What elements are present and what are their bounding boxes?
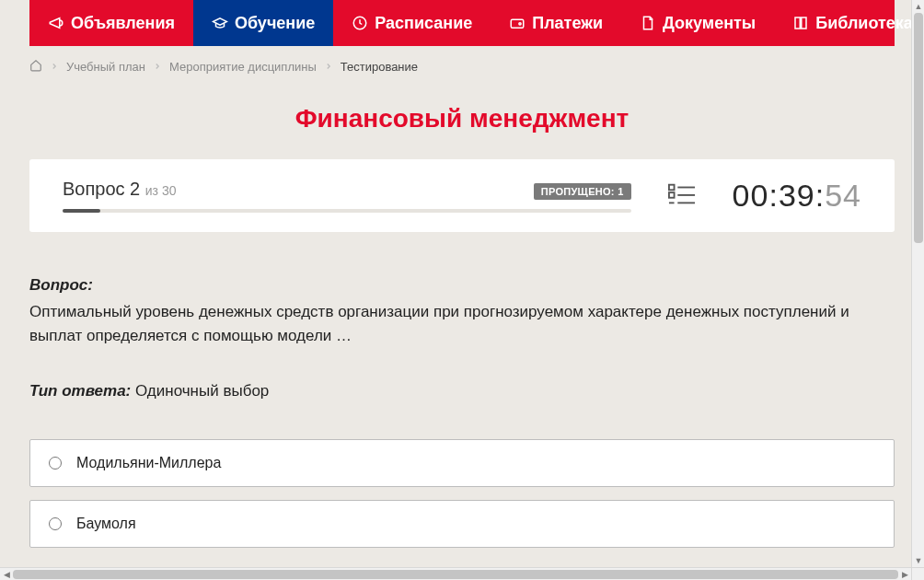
scroll-right-icon[interactable]: ▶ (898, 568, 911, 580)
home-icon[interactable] (29, 59, 42, 75)
megaphone-icon (48, 15, 64, 31)
breadcrumb-current: Тестирование (341, 60, 418, 74)
skipped-badge: ПРОПУЩЕНО: 1 (534, 183, 631, 200)
chevron-right-icon (50, 60, 59, 74)
question-list-button[interactable] (659, 180, 705, 213)
horizontal-scrollbar[interactable]: ◀ ▶ (0, 567, 911, 580)
nav-item-label: Объявления (71, 14, 175, 33)
progress-block: Вопрос 2 из 30 ПРОПУЩЕНО: 1 (63, 179, 631, 213)
nav-item-label: Документы (663, 14, 756, 33)
wallet-icon (509, 15, 526, 31)
nav-documents[interactable]: Документы (621, 0, 774, 46)
document-icon (640, 15, 656, 31)
timer: 00:39:54 (733, 178, 861, 214)
option-label: Модильяни-Миллера (76, 455, 221, 471)
option-label: Баумоля (76, 516, 136, 532)
answer-type-label: Тип ответа: (29, 382, 131, 400)
status-bar: Вопрос 2 из 30 ПРОПУЩЕНО: 1 00:39:54 (29, 159, 895, 232)
option-radio[interactable] (49, 457, 62, 470)
svg-rect-3 (669, 184, 675, 190)
question-label: Вопрос: (29, 276, 895, 295)
timer-minutes: 00 (733, 178, 769, 213)
scrollbar-thumb[interactable] (914, 13, 923, 243)
svg-point-2 (519, 23, 521, 25)
breadcrumb: Учебный план Мероприятие дисциплины Тест… (29, 46, 895, 87)
answer-type: Тип ответа: Одиночный выбор (29, 382, 895, 400)
scroll-left-icon[interactable]: ◀ (0, 568, 13, 580)
chevron-right-icon (324, 60, 333, 74)
answer-type-value: Одиночный выбор (135, 382, 269, 400)
nav-learning[interactable]: Обучение (193, 0, 333, 46)
timer-seconds-major: 39 (779, 178, 815, 213)
svg-rect-5 (669, 192, 675, 198)
nav-library[interactable]: Библиотека (774, 0, 924, 46)
nav-item-label: Обучение (235, 14, 315, 33)
nav-payments[interactable]: Платежи (491, 0, 621, 46)
page-title: Финансовый менеджмент (29, 104, 895, 133)
options-list: Модильяни-Миллера Баумоля (29, 439, 895, 548)
nav-item-label: Расписание (375, 14, 472, 33)
scrollbar-thumb[interactable] (13, 570, 898, 579)
nav-item-label: Библиотека (815, 14, 913, 33)
question-total: из 30 (145, 183, 177, 198)
graduation-cap-icon (212, 15, 228, 31)
question-current: Вопрос 2 (63, 179, 140, 199)
question-text: Оптимальный уровень денежных средств орг… (29, 300, 895, 349)
option-item[interactable]: Баумоля (29, 500, 895, 548)
option-radio[interactable] (49, 517, 62, 530)
option-item[interactable]: Модильяни-Миллера (29, 439, 895, 487)
question-counter: Вопрос 2 из 30 (63, 179, 176, 200)
scroll-corner (911, 567, 924, 580)
clock-icon (352, 15, 368, 31)
progress-fill (63, 209, 100, 213)
book-icon (792, 15, 809, 31)
progress-track (63, 209, 631, 213)
vertical-scrollbar[interactable]: ▲ ▼ (911, 0, 924, 567)
breadcrumb-link[interactable]: Мероприятие дисциплины (169, 60, 317, 74)
top-nav: Объявления Обучение Расписание Платежи Д… (29, 0, 895, 46)
content: Вопрос: Оптимальный уровень денежных сре… (29, 232, 895, 548)
timer-seconds-minor: 54 (825, 178, 861, 213)
nav-schedule[interactable]: Расписание (333, 0, 491, 46)
scroll-up-icon[interactable]: ▲ (912, 0, 924, 13)
breadcrumb-link[interactable]: Учебный план (66, 60, 145, 74)
scroll-down-icon[interactable]: ▼ (912, 554, 924, 567)
nav-item-label: Платежи (532, 14, 603, 33)
chevron-right-icon (153, 60, 162, 74)
nav-announcements[interactable]: Объявления (29, 0, 193, 46)
